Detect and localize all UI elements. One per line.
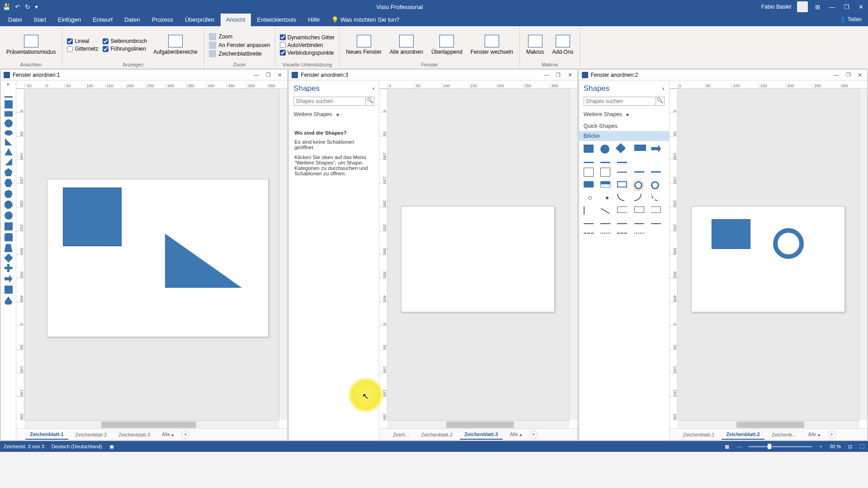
block-seg-icon[interactable] xyxy=(584,223,594,224)
tab-zeichenblatt-2[interactable]: Zeichenblatt-2 xyxy=(416,430,457,439)
fit-window-button[interactable]: An Fenster anpassen xyxy=(209,42,270,49)
shapes-search-input[interactable] xyxy=(584,97,656,106)
ruler-horizontal[interactable]: 050100150200250300 xyxy=(379,80,577,89)
page-width-button[interactable]: Zeichenblattbreite xyxy=(209,50,270,57)
tab-hilfe[interactable]: Hilfe xyxy=(302,14,325,26)
block-arrow-icon[interactable] xyxy=(651,145,661,153)
stencil-ellipse-icon[interactable] xyxy=(5,130,13,136)
block-bar4-icon[interactable] xyxy=(634,171,644,173)
block-dash-icon[interactable] xyxy=(584,233,594,234)
vscrollbar-1[interactable] xyxy=(279,89,287,420)
fit-page-icon[interactable]: ⊡ xyxy=(848,444,852,450)
block-rect-icon[interactable] xyxy=(584,145,594,153)
shapes-search[interactable]: 🔍 xyxy=(293,97,374,106)
search-icon[interactable]: 🔍 xyxy=(366,97,374,106)
stencil-square-icon[interactable] xyxy=(5,100,13,108)
hscrollbar-1[interactable] xyxy=(24,420,279,428)
block-bar2-icon[interactable] xyxy=(600,162,610,163)
block-fill-icon[interactable] xyxy=(584,181,594,188)
fenster-wechseln-button[interactable]: Fenster wechseln xyxy=(469,34,515,56)
block-seg4-icon[interactable] xyxy=(634,223,644,224)
ruler-vertical[interactable]: 050100150200250300350400050100150200 xyxy=(379,89,387,420)
pane-2-close-icon[interactable]: ✕ xyxy=(566,72,575,78)
block-node-icon[interactable] xyxy=(634,206,644,213)
tab-alle[interactable]: Alle ▴ xyxy=(803,430,825,439)
praesentationsmodus-button[interactable]: Präsentationsmodus xyxy=(5,34,57,56)
block-conn-icon[interactable] xyxy=(601,208,610,214)
save-icon[interactable]: 💾 xyxy=(3,3,10,10)
redo-icon[interactable]: ↻ xyxy=(25,3,30,10)
pane-1-close-icon[interactable]: ✕ xyxy=(275,72,284,78)
tab-zeichenblatt-2[interactable]: Zeichenblatt-2 xyxy=(71,430,112,439)
pane-3-titlebar[interactable]: Fenster anordnen:2 — ❐ ✕ xyxy=(579,70,867,80)
check-dynamisches-gitter[interactable]: Dynamisches Gitter xyxy=(280,34,335,41)
tab-start[interactable]: Start xyxy=(28,14,51,26)
stencil-drop-icon[interactable] xyxy=(5,296,13,305)
neues-fenster-button[interactable]: Neues Fenster xyxy=(344,34,383,56)
collapse-icon[interactable]: ‹ xyxy=(663,85,665,92)
tab-alle[interactable]: Alle ▴ xyxy=(505,430,527,439)
stencil-arrow-icon[interactable] xyxy=(5,275,13,283)
add-page-button[interactable]: + xyxy=(529,431,538,439)
pane-2-titlebar[interactable]: Fenster anordnen:3 — ❐ ✕ xyxy=(289,70,577,80)
stencil-circle2-icon[interactable] xyxy=(5,211,13,220)
block-half-icon[interactable] xyxy=(600,181,610,188)
pane-3-max-icon[interactable]: ❐ xyxy=(844,72,853,78)
app-minimize-icon[interactable]: — xyxy=(827,4,837,10)
block-bar-icon[interactable] xyxy=(584,162,594,163)
block-flag-icon[interactable] xyxy=(584,206,594,215)
qat-more-icon[interactable]: ▾ xyxy=(35,3,38,10)
pane-1-titlebar[interactable]: Fenster anordnen:1 — ❐ ✕ xyxy=(1,70,287,80)
block-node2-icon[interactable] xyxy=(651,206,661,213)
stencil-cube-icon[interactable] xyxy=(5,222,13,230)
ribbon-options-icon[interactable]: ⊞ xyxy=(813,4,822,10)
block-bracket-icon[interactable] xyxy=(617,206,627,213)
block-outline-icon[interactable] xyxy=(617,181,627,188)
app-close-icon[interactable]: ✕ xyxy=(857,4,865,10)
aufgabenbereiche-button[interactable]: Aufgabenbereiche xyxy=(151,34,199,56)
canvas-1[interactable] xyxy=(24,89,279,420)
shape-triangle[interactable] xyxy=(165,234,242,288)
block-bar3-icon[interactable] xyxy=(617,162,627,163)
shape-rectangle[interactable] xyxy=(63,188,122,246)
stencil-pentagon-icon[interactable] xyxy=(5,168,13,176)
cat-quick-shapes[interactable]: Quick-Shapes xyxy=(579,121,669,131)
block-dot2-icon[interactable] xyxy=(606,197,609,199)
tab-entwicklertools[interactable]: Entwicklertools xyxy=(252,14,302,26)
ruler-horizontal[interactable]: 050100150200250300 xyxy=(670,80,867,89)
pane-3-close-icon[interactable]: ✕ xyxy=(855,72,864,78)
stencil-circle-icon[interactable] xyxy=(5,119,13,127)
check-seitenumbruch[interactable]: Seitenumbruch xyxy=(103,38,147,44)
stencil-heptagon-icon[interactable] xyxy=(5,190,13,198)
stencil-trapezoid-icon[interactable] xyxy=(5,244,13,252)
tab-zeichenb[interactable]: Zeichenb... xyxy=(767,430,801,439)
alle-anordnen-button[interactable]: Alle anordnen xyxy=(388,34,425,56)
block-arc3-icon[interactable] xyxy=(651,194,658,201)
page-1[interactable] xyxy=(47,179,269,337)
block-line-icon[interactable] xyxy=(617,172,627,173)
undo-icon[interactable]: ↶ xyxy=(15,3,20,10)
check-gitternetz[interactable]: Gitternetz xyxy=(67,46,98,52)
stencil-can-icon[interactable] xyxy=(5,233,13,241)
tab-datei[interactable]: Datei xyxy=(3,14,27,26)
page-3[interactable] xyxy=(691,206,845,312)
block-tree2-icon[interactable] xyxy=(600,168,610,177)
block-bar5-icon[interactable] xyxy=(651,171,661,173)
share-button[interactable]: 👤 Teilen xyxy=(840,14,868,26)
zoom-slider[interactable] xyxy=(749,446,812,447)
more-shapes[interactable]: Weitere Shapes ▸ xyxy=(579,108,669,121)
stencil-box-icon[interactable] xyxy=(5,286,13,294)
tab-daten[interactable]: Daten xyxy=(119,14,146,26)
block-seg3-icon[interactable] xyxy=(617,223,627,224)
stencil-rect-icon[interactable] xyxy=(5,111,13,117)
pane-1-max-icon[interactable]: ❐ xyxy=(264,72,273,78)
makros-button[interactable]: Makros xyxy=(524,34,546,56)
ueberlappend-button[interactable]: Überlappend xyxy=(429,34,464,56)
shape-ring[interactable] xyxy=(773,228,804,259)
vscrollbar-2[interactable] xyxy=(569,89,577,420)
app-restore-icon[interactable]: ❐ xyxy=(842,4,851,10)
tab-zeich[interactable]: Zeich... xyxy=(388,430,414,439)
shapes-search[interactable]: 🔍 xyxy=(584,97,665,106)
tab-zeichenblatt-3[interactable]: Zeichenblatt-3 xyxy=(114,430,155,439)
ruler-horizontal[interactable]: -50050100150200250300350400450500550 xyxy=(16,80,287,89)
